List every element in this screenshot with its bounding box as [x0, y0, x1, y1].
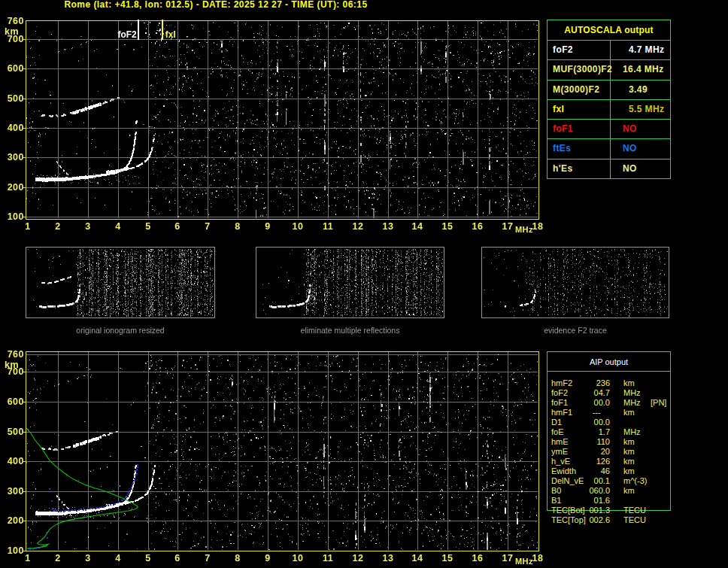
autoscala-row-value: 4.7 MHz: [611, 41, 670, 59]
autoscala-row-hes: h'EsNO: [548, 159, 670, 178]
y-tick-label: 600: [1, 397, 24, 406]
autoscala-row-label: fxI: [548, 100, 611, 119]
aip-param-value: 110: [589, 437, 610, 447]
autoscala-row-m3000f2: M(3000)F23.49: [548, 80, 670, 100]
aip-param-unit: km: [623, 378, 646, 388]
autoscala-row-label: M(3000)F2: [548, 80, 611, 99]
y-tick-label: 760: [1, 350, 24, 359]
aip-param-unit: km: [623, 466, 646, 476]
x-tick-label: 7: [199, 222, 217, 231]
x-tick-label: 11: [319, 554, 337, 563]
autoscala-table-header: AUTOSCALA output: [548, 20, 670, 41]
y-tick-label: 400: [1, 123, 24, 132]
aip-param-value: 46: [589, 466, 610, 476]
aip-param-value: 1.7: [589, 427, 610, 437]
x-tick-label: 1: [19, 554, 37, 563]
aip-param-value: ---: [589, 408, 610, 418]
aip-param-name: h_vE: [551, 457, 589, 466]
panel-caption: original ionogram resized: [0, 327, 245, 335]
autoscala-row-label: ftEs: [548, 139, 611, 158]
x-tick-label: 12: [349, 222, 367, 231]
aip-param-unit: km: [623, 457, 646, 466]
aip-param-name: D1: [551, 418, 589, 427]
aip-param-value: 00.0: [589, 418, 610, 427]
aip-param-name: foE: [551, 427, 589, 437]
fxi-marker-label: fxI: [165, 30, 176, 39]
x-tick-label: 9: [259, 222, 277, 231]
autoscala-row-label: MUF(3000)F2: [548, 60, 611, 79]
panel-caption: evidence F2 trace: [451, 327, 699, 335]
x-tick-label: 5: [139, 222, 157, 231]
aip-param-name: hmF2: [551, 378, 589, 388]
aip-param-value: 002.6: [589, 515, 610, 525]
aip-row-b0: B0060.0km: [547, 486, 720, 496]
aip-table-header: AIP output: [548, 352, 670, 372]
aip-param-name: hmF1: [551, 408, 589, 418]
autoscala-output-table: AUTOSCALA output foF24.7 MHzMUF(3000)F21…: [547, 20, 671, 179]
aip-param-name: B0: [551, 486, 589, 496]
page-title: Rome (lat: +41.8, lon: 012.5) - DATE: 20…: [0, 0, 432, 10]
y-tick-label: 100: [1, 212, 24, 221]
aip-param-unit: m^(-3): [623, 476, 646, 486]
y-tick-label: 300: [1, 153, 24, 162]
x-tick-label: 3: [79, 222, 97, 231]
aip-row-yme: ymE20km: [547, 447, 720, 457]
y-axis-unit: km: [5, 27, 19, 36]
autoscala-row-value: 16.4 MHz: [611, 60, 670, 79]
aip-param-value: 001.3: [589, 506, 610, 515]
bottom-ionogram-plot: [22, 348, 542, 555]
aip-row-tectop: TEC[Top]002.6TECU: [547, 515, 720, 525]
autoscala-row-ftes: ftEsNO: [548, 139, 670, 159]
autoscala-screen: { "title": "Rome (lat: +41.8, lon: 012.5…: [0, 0, 728, 568]
x-tick-label: 17: [499, 554, 517, 563]
x-tick-label: 15: [438, 554, 457, 563]
aip-param-name: foF1: [551, 398, 589, 408]
aip-row-foe: foE1.7MHz: [547, 427, 720, 437]
x-tick-label: 14: [408, 554, 426, 563]
aip-param-unit: km: [623, 408, 646, 418]
x-tick-label: 14: [408, 222, 426, 231]
y-tick-label: 200: [1, 183, 24, 192]
x-tick-label: 3: [79, 554, 97, 563]
aip-row-delnve: DelN_vE00.1m^(-3): [547, 476, 720, 486]
x-tick-label: 16: [469, 554, 487, 563]
x-axis-unit: MHz: [515, 557, 533, 566]
aip-param-unit: km: [623, 437, 646, 447]
autoscala-row-label: h'Es: [548, 159, 611, 178]
processing-panel-1: [26, 247, 215, 318]
x-tick-label: 4: [109, 222, 127, 231]
aip-row-hmf1: hmF1--- km: [547, 408, 720, 418]
aip-table-rows: hmF2236kmfoF204.7MHzfoF100.0MHz[PN]hmF1-…: [547, 378, 720, 525]
aip-param-value: 236: [589, 378, 610, 388]
autoscala-row-value: NO: [611, 159, 670, 178]
x-tick-label: 1: [19, 222, 37, 231]
aip-param-name: TEC[Bot]: [551, 506, 589, 515]
processing-panel-2: [256, 247, 444, 318]
aip-param-note: [PN]: [651, 398, 666, 408]
autoscala-row-label: foF2: [548, 41, 611, 59]
autoscala-row-fof1: foF1NO: [548, 120, 670, 139]
aip-param-value: 060.0: [589, 486, 610, 496]
x-tick-label: 17: [499, 222, 517, 231]
aip-row-hve: h_vE126km: [547, 457, 720, 466]
aip-param-value: 126: [589, 457, 610, 466]
aip-param-name: TEC[Top]: [551, 515, 589, 525]
autoscala-row-value: NO: [611, 139, 670, 158]
fof2-marker-label: foF2: [90, 30, 137, 39]
aip-param-name: DelN_vE: [551, 476, 589, 486]
aip-row-fof2: foF204.7MHz: [547, 388, 720, 398]
aip-param-value: 20: [589, 447, 610, 457]
autoscala-row-value: NO: [611, 120, 670, 138]
processing-panel-3: [481, 247, 669, 318]
aip-param-name: foF2: [551, 388, 589, 398]
x-tick-label: 7: [199, 554, 217, 563]
aip-param-unit: MHz: [623, 427, 646, 437]
aip-param-name: ymE: [551, 447, 589, 457]
aip-param-value: 01.6: [589, 496, 610, 506]
y-tick-label: 760: [1, 17, 24, 26]
aip-param-unit: km: [623, 486, 646, 496]
aip-row-hmf2: hmF2236km: [547, 378, 720, 388]
aip-row-b1: B101.6: [547, 496, 720, 506]
aip-param-value: 00.1: [589, 476, 610, 486]
x-tick-label: 10: [289, 554, 307, 563]
